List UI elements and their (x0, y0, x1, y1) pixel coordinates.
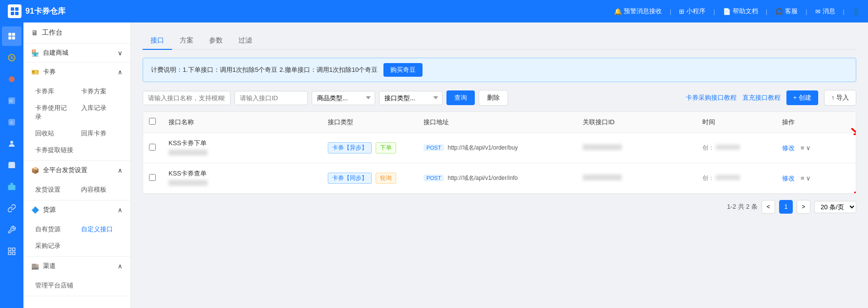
row2-modify-link[interactable]: 修改 (782, 174, 795, 183)
nav-warning[interactable]: 🔔 预警消息接收 (614, 7, 662, 16)
query-button[interactable]: 查询 (446, 90, 475, 105)
row2-menu-icon[interactable]: ≡ ∨ (801, 175, 811, 182)
per-page-select[interactable]: 20 条/页 (814, 201, 856, 213)
sidebar-item-huikukaquan[interactable]: 回库卡券 (77, 125, 123, 142)
document-icon: 📄 (723, 8, 731, 15)
sidebar-item-neirongmuban[interactable]: 内容模板 (77, 181, 123, 198)
sidebar-icon-douyin[interactable]: 抖 (2, 91, 21, 110)
th-action: 操作 (776, 112, 856, 132)
sidebar-item-zijianshangcheng[interactable]: 🏪 自建商城 ∨ (23, 44, 130, 62)
headset-icon: 🎧 (775, 8, 783, 15)
select-all-checkbox[interactable] (149, 118, 156, 125)
sidebar-icon-link[interactable] (2, 198, 21, 218)
sidebar-icon-mini[interactable]: 小 (2, 112, 21, 132)
logo-icon (8, 4, 21, 18)
delete-button[interactable]: 删除 (479, 90, 508, 106)
row2-action: 修改 ≡ ∨ ➜ (776, 168, 856, 189)
sidebar-item-kaquanfangan[interactable]: 卡券方案 (77, 83, 123, 100)
tab-canshu[interactable]: 参数 (201, 32, 231, 50)
sidebar-section-qudao: 🏬 渠道 ∧ 管理平台店铺 (23, 257, 130, 296)
sidebar-icon-pinduoduo[interactable] (2, 69, 21, 89)
sidebar-icon-goods[interactable] (2, 177, 21, 197)
sidebar-icon-shop[interactable] (2, 155, 21, 175)
api-tutorial-link[interactable]: 卡券采购接口教程 (686, 93, 737, 102)
sidebar-item-workbench[interactable]: 🖥 工作台 (23, 22, 130, 43)
tabs-bar: 接口 方案 参数 过滤 (143, 32, 856, 50)
mail-icon: ✉ (815, 8, 821, 15)
nav-message[interactable]: ✉ 消息 (815, 7, 835, 16)
row1-action: 修改 ≡ ∨ ➜ (776, 138, 856, 158)
table-row: KSS卡券查单 卡券【同步】 轮询 POST http://域名/api/v1/… (143, 163, 856, 194)
svg-rect-7 (12, 37, 15, 40)
sidebar-item-kaquanshiyongjilu[interactable]: 卡券使用记录 (31, 100, 77, 125)
row1-url-text: http://域名/api/v1/order/buy (448, 144, 518, 151)
search-id-input[interactable] (234, 91, 308, 105)
row2-type-badge1: 卡券【同步】 (328, 173, 372, 184)
prev-page-button[interactable]: < (762, 200, 775, 214)
channel-icon: 🏬 (31, 263, 39, 270)
current-page-button[interactable]: 1 (779, 200, 793, 214)
source-icon: 🔷 (31, 206, 39, 214)
svg-point-10 (9, 76, 15, 82)
nav-support[interactable]: 🎧 客服 (775, 7, 798, 16)
qrcode-icon: ⊞ (679, 8, 684, 15)
chevron-up-icon2: ∧ (118, 167, 123, 174)
row1-menu-icon[interactable]: ≡ ∨ (801, 144, 811, 152)
sidebar-icon-home[interactable] (2, 26, 21, 46)
nav-docs[interactable]: 📄 帮助文档 (723, 7, 758, 16)
sidebar-icons: 淘 抖 小 (0, 22, 23, 308)
tab-jiekou[interactable]: 接口 (143, 32, 172, 50)
search-name-input[interactable] (143, 91, 231, 105)
bell-icon: 🔔 (614, 8, 622, 15)
svg-rect-16 (8, 248, 11, 250)
sidebar-item-kaquanku[interactable]: 卡券库 (31, 83, 77, 100)
sidebar-icon-plugin[interactable] (2, 242, 21, 261)
sidebar-item-huishouzhan[interactable]: 回收站 (31, 125, 77, 142)
svg-rect-2 (11, 12, 14, 15)
sidebar-icon-taobao[interactable]: 淘 (2, 48, 21, 67)
kaquan-submenu: 卡券库 卡券方案 卡券使用记录 入库记录 回收站 回库卡券 卡券提取链接 (23, 81, 130, 160)
sidebar-item-ziyouhuoyuan[interactable]: 自有货源 (31, 221, 77, 238)
nav-miniapp[interactable]: ⊞ 小程序 (679, 7, 705, 16)
api-type-select[interactable]: 接口类型... (379, 91, 443, 105)
row1-related-id (577, 138, 697, 157)
sidebar-section-fahuo: 📦 全平台发货设置 ∧ 发货设置 内容模板 (23, 161, 130, 200)
row2-related-id (577, 169, 697, 188)
sidebar-item-caigoulv[interactable]: 采购记录 (31, 238, 123, 254)
row1-modify-link[interactable]: 修改 (782, 144, 795, 153)
sidebar-item-kaquan[interactable]: 🎫 卡券 ∧ (23, 63, 130, 81)
sidebar-item-fahuoshezhi[interactable]: 发货设置 (31, 181, 77, 198)
tab-fangan[interactable]: 方案 (172, 32, 201, 50)
sidebar-item-guanliplatform[interactable]: 管理平台店铺 (31, 277, 123, 294)
create-button[interactable]: + 创建 (786, 90, 818, 105)
product-type-select[interactable]: 商品类型... (312, 91, 375, 105)
sidebar-item-qudao[interactable]: 🏬 渠道 ∧ (23, 257, 130, 275)
tab-guolv[interactable]: 过滤 (231, 32, 260, 50)
nav-user[interactable]: 👤 (852, 8, 860, 15)
next-page-button[interactable]: > (797, 200, 810, 214)
svg-text:抖: 抖 (9, 99, 13, 103)
row1-type-badge2: 下单 (376, 142, 396, 154)
sidebar-item-zidingyijiekou[interactable]: 自定义接口 (77, 221, 123, 238)
store-icon: 🏪 (31, 49, 39, 57)
chevron-up-icon3: ∧ (118, 206, 123, 214)
row1-time-val (716, 145, 740, 150)
sidebar-item-rukujilu[interactable]: 入库记录 (77, 100, 123, 125)
chevron-up-icon: ∧ (118, 68, 123, 76)
recharge-tutorial-link[interactable]: 直充接口教程 (742, 93, 781, 102)
svg-rect-3 (15, 12, 19, 15)
main-layout: 淘 抖 小 🖥 (0, 22, 868, 308)
row1-select-checkbox[interactable] (149, 144, 156, 151)
th-checkbox (143, 112, 163, 132)
svg-text:淘: 淘 (10, 56, 14, 60)
sidebar-icon-tool[interactable] (2, 220, 21, 240)
sidebar-item-kaquantiqulianjiie[interactable]: 卡券提取链接 (31, 142, 123, 158)
import-button[interactable]: ↑ 导入 (824, 90, 856, 106)
sidebar-item-huoyuan[interactable]: 🔷 货源 ∧ (23, 200, 130, 219)
sidebar-item-quanpingtaifahuoshezhi[interactable]: 📦 全平台发货设置 ∧ (23, 161, 130, 179)
buy-qidou-button[interactable]: 购买奇豆 (383, 63, 423, 77)
row2-checkbox (143, 168, 163, 188)
chevron-up-icon4: ∧ (118, 263, 123, 270)
row2-select-checkbox[interactable] (149, 174, 156, 181)
sidebar-icon-user2[interactable] (2, 134, 21, 154)
